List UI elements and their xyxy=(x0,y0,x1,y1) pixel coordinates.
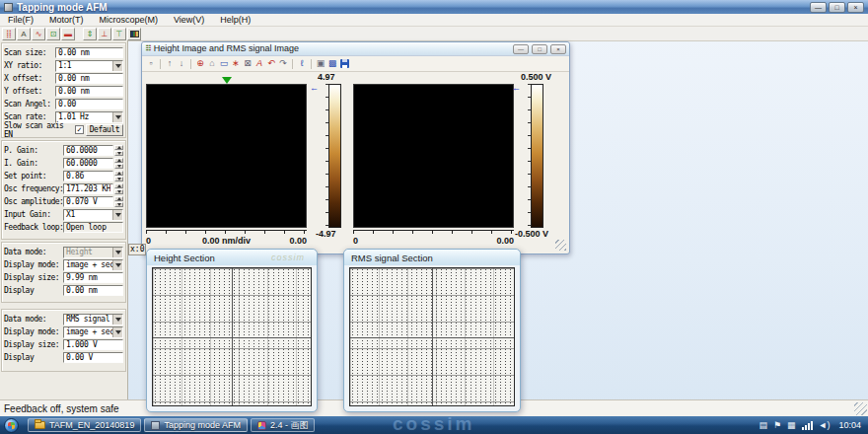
withdraw-button[interactable]: ⊤ xyxy=(112,28,126,40)
xy-ratio-select[interactable]: 1:1 xyxy=(55,60,123,72)
height-display-mode-select[interactable]: image + sec xyxy=(63,259,123,271)
notes-icon[interactable]: ▦ xyxy=(787,420,796,431)
height-image-canvas[interactable] xyxy=(146,84,307,228)
withdraw-icon: ⊤ xyxy=(116,30,123,38)
i-gain-input[interactable] xyxy=(63,158,113,169)
taskbar-item-afm[interactable]: Tapping mode AFM xyxy=(144,418,248,432)
image-window: ⠿ Height Image and RMS signal Image — □ … xyxy=(141,41,570,254)
rms-data-mode-select[interactable]: RMS signal xyxy=(63,314,123,326)
set-point-stepper[interactable] xyxy=(114,171,123,181)
image-window-maximize-button[interactable]: □ xyxy=(532,44,547,54)
dropdown-arrow-icon[interactable] xyxy=(112,260,122,270)
status-text: Feedback off, system safe xyxy=(4,403,119,414)
height-display-size-input[interactable] xyxy=(63,272,123,283)
copy-window-icon[interactable]: ▩ xyxy=(326,58,338,69)
action-center-icon[interactable]: ⚑ xyxy=(773,420,781,431)
start-button[interactable] xyxy=(4,418,19,433)
rect-select-icon[interactable]: ▭ xyxy=(218,58,230,69)
taskbar-item-folder[interactable]: TAFM_EN_20140819 xyxy=(28,418,141,432)
maximize-button[interactable]: □ xyxy=(829,2,845,13)
resize-grip[interactable] xyxy=(555,240,566,251)
slow-scan-checkbox[interactable]: ✓ xyxy=(75,125,84,134)
text-tool-icon[interactable]: A xyxy=(253,58,265,69)
scan-size-input[interactable] xyxy=(55,47,123,58)
osc-frequency-input[interactable] xyxy=(63,183,113,194)
rms-colorbar[interactable] xyxy=(531,84,543,228)
rms-display-input[interactable] xyxy=(63,352,123,363)
osc-amplitude-label: Osc amplitude: xyxy=(4,197,63,206)
menu-help[interactable]: Help(H) xyxy=(212,14,258,26)
osc-amplitude-input[interactable] xyxy=(63,196,113,207)
redo-icon[interactable]: ↷ xyxy=(277,58,289,69)
pin-icon[interactable]: ▫ xyxy=(145,58,157,69)
rms-display-mode-select[interactable]: image + sec xyxy=(63,326,123,338)
point-scan-button[interactable]: ⊡ xyxy=(46,28,60,40)
input-gain-select[interactable]: X1 xyxy=(63,209,123,221)
dropdown-arrow-icon[interactable] xyxy=(112,112,122,122)
image-window-minimize-button[interactable]: — xyxy=(513,44,529,54)
approach-curve-button[interactable]: A xyxy=(17,28,31,40)
height-section-plot[interactable] xyxy=(152,267,312,406)
line-scan-button[interactable]: ▬ xyxy=(61,28,75,40)
height-section-titlebar[interactable]: Height Section cossim xyxy=(147,250,317,265)
close-button[interactable]: × xyxy=(847,2,864,13)
image-window-titlebar[interactable]: ⠿ Height Image and RMS signal Image — □ … xyxy=(142,42,569,56)
taskbar-item-paint[interactable]: 2.4 - 画图 xyxy=(251,418,316,432)
point-mark-icon[interactable]: ∗ xyxy=(230,58,242,69)
modify-tool-icon[interactable]: ⌂ xyxy=(206,58,218,69)
image-window-close-button[interactable]: × xyxy=(550,44,566,54)
taskbar-clock[interactable]: 10:04 xyxy=(838,420,861,430)
display-size-label: Display size: xyxy=(4,340,63,349)
rms-image-canvas[interactable] xyxy=(353,84,514,228)
rms-display-size-input[interactable] xyxy=(63,339,123,350)
dropdown-arrow-icon[interactable] xyxy=(112,315,122,325)
attach-icon[interactable]: ℓ xyxy=(296,58,308,69)
keyboard-icon[interactable]: ▤ xyxy=(759,420,767,431)
dropdown-arrow-icon[interactable] xyxy=(112,61,122,71)
image-grid-icon[interactable]: ⊠ xyxy=(242,58,253,69)
palette-button[interactable] xyxy=(127,28,141,40)
rms-display-group: Data mode: RMS signal Display mode: imag… xyxy=(1,309,126,372)
network-signal-icon[interactable] xyxy=(802,421,813,430)
force-curve-button[interactable]: ∿ xyxy=(32,28,45,40)
save-icon[interactable] xyxy=(340,59,349,68)
height-display-input[interactable] xyxy=(63,285,123,296)
y-offset-input[interactable] xyxy=(55,86,123,97)
move-down-icon[interactable]: ↓ xyxy=(176,58,187,69)
move-up-icon[interactable]: ↑ xyxy=(164,58,176,69)
menu-motor[interactable]: Motor(T) xyxy=(41,14,92,26)
menu-file[interactable]: File(F) xyxy=(0,14,41,26)
p-gain-stepper[interactable] xyxy=(114,145,123,156)
set-point-input[interactable] xyxy=(63,171,113,181)
rms-section-titlebar[interactable]: RMS signal Section xyxy=(344,250,520,265)
app-titlebar: Tapping mode AFM — □ × xyxy=(0,0,868,14)
menu-microscope[interactable]: Microscope(M) xyxy=(92,14,167,26)
undo-icon[interactable]: ↶ xyxy=(265,58,277,69)
dropdown-arrow-icon[interactable] xyxy=(112,210,122,220)
i-gain-stepper[interactable] xyxy=(114,158,123,169)
default-button[interactable]: Default xyxy=(86,124,123,136)
screen: { "window": {"title": "Tapping mode AFM"… xyxy=(0,0,868,434)
minimize-button[interactable]: — xyxy=(810,2,827,13)
scan-angle-input[interactable] xyxy=(55,99,123,109)
rms-x-labels: 0 0.00 xyxy=(353,236,514,246)
x-readout: x:0 xyxy=(128,244,146,255)
palette-icon xyxy=(130,31,139,37)
height-colorbar[interactable] xyxy=(328,84,341,228)
resize-grip[interactable] xyxy=(854,402,867,415)
rms-display-mode-value: image + sec xyxy=(64,327,112,336)
approach-retract-button[interactable]: ⇕ xyxy=(83,28,97,40)
snapshot-icon[interactable]: ▣ xyxy=(315,58,326,69)
osc-amplitude-stepper[interactable] xyxy=(114,196,123,207)
osc-frequency-stepper[interactable] xyxy=(114,183,123,194)
zoom-tool-icon[interactable]: ⊕ xyxy=(194,58,206,69)
scan-image-button[interactable]: ⣿ xyxy=(2,28,16,40)
height-x-right: 0.00 xyxy=(266,236,307,246)
volume-icon[interactable]: ◄) xyxy=(819,420,831,431)
rms-section-plot[interactable] xyxy=(349,267,515,406)
engage-button[interactable]: ⊥ xyxy=(98,28,111,40)
x-offset-input[interactable] xyxy=(55,73,123,84)
p-gain-input[interactable] xyxy=(63,145,113,156)
dropdown-arrow-icon[interactable] xyxy=(112,327,122,337)
menu-view[interactable]: View(V) xyxy=(166,14,212,26)
